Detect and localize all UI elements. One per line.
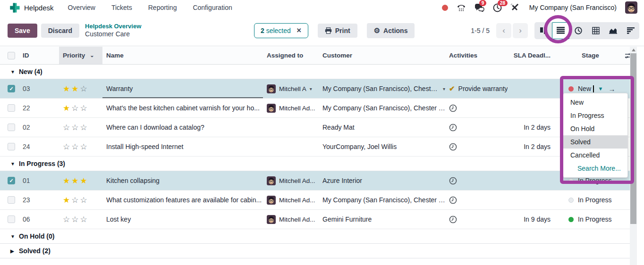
user-avatar[interactable] [625, 1, 637, 14]
helpdesk-app-icon[interactable] [9, 2, 20, 13]
table-row[interactable]: 24 ☆☆☆ Install High-speed Internet YourC… [0, 137, 637, 157]
table-row[interactable]: ✓ 01 ★★★ Kitchen collapsing Mitchell Ad.… [0, 171, 637, 190]
assigned-to[interactable]: Mitchell Ad... [263, 210, 319, 229]
stage-cell[interactable]: In Progress [557, 210, 621, 229]
view-switch-kanban[interactable] [534, 22, 552, 39]
stage-search-more[interactable]: Search More... [563, 162, 627, 175]
priority-star-icon[interactable]: ★ [63, 196, 70, 204]
scrollbar-thumb[interactable] [630, 53, 636, 224]
activities-cell[interactable] [445, 137, 508, 156]
select-all-checkbox[interactable] [8, 52, 15, 59]
assignee-dropdown-caret-icon[interactable]: ▾ [310, 86, 312, 91]
schedule-activity-clock-icon[interactable] [449, 143, 457, 151]
stage-internal-link-icon[interactable]: → [608, 85, 615, 93]
nav-item-overview[interactable]: Overview [68, 4, 95, 11]
priority-star-icon[interactable]: ★ [63, 85, 70, 93]
assigned-to[interactable]: Mitchell Ad... [263, 171, 319, 190]
ticket-name[interactable]: Install High-speed Internet [102, 137, 263, 156]
view-switch-list[interactable] [552, 22, 569, 39]
nav-item-reporting[interactable]: Reporting [148, 4, 177, 11]
activities-cell[interactable] [445, 171, 508, 190]
view-switch-gantt[interactable] [622, 22, 639, 39]
row-checkbox[interactable] [8, 104, 15, 112]
column-header-priority[interactable]: Priority⌄ [59, 47, 102, 64]
row-checkbox[interactable]: ✓ [8, 177, 15, 184]
vertical-scrollbar[interactable] [630, 47, 637, 265]
stage-option-cancelled[interactable]: Cancelled [563, 149, 627, 162]
customer[interactable]: My Company (San Francisco), Chester R... [319, 190, 445, 209]
softphone-icon[interactable] [457, 3, 466, 12]
stage-option-in-progress[interactable]: In Progress [563, 109, 627, 122]
group-header-row[interactable]: ▼ On Hold (0) [0, 229, 637, 244]
stage-status-dot-icon[interactable] [568, 217, 574, 222]
priority-star-icon[interactable]: ☆ [63, 143, 70, 151]
group-header-row[interactable]: ▼ In Progress (3) [0, 157, 637, 171]
row-checkbox[interactable] [8, 143, 15, 150]
view-switch-activity[interactable] [569, 22, 587, 39]
priority-star-icon[interactable]: ☆ [71, 143, 78, 151]
breadcrumb-link[interactable]: Helpdesk Overview [85, 23, 141, 30]
pager-previous-icon[interactable]: ‹ [496, 23, 511, 38]
priority-stars[interactable]: ★☆☆ [59, 190, 102, 209]
print-button[interactable]: Print [318, 24, 357, 38]
column-header-stage[interactable]: Stage [557, 47, 621, 64]
customer[interactable]: My Company (San Francisco), Chester I ▾ [319, 79, 445, 98]
assigned-to[interactable]: Mitchell A ▾ [263, 79, 319, 98]
group-expanded-caret-icon[interactable]: ▼ [10, 69, 15, 75]
actions-button[interactable]: ⚙ Actions [367, 23, 415, 38]
app-name[interactable]: Helpdesk [24, 4, 54, 12]
group-collapsed-caret-icon[interactable]: ▶ [10, 248, 15, 254]
ticket-name[interactable]: What customization features are availabl… [102, 190, 263, 209]
priority-star-icon[interactable]: ☆ [71, 124, 78, 132]
discard-button[interactable]: Discard [41, 24, 79, 38]
assigned-to[interactable]: Mitchell Ad... [263, 190, 319, 209]
table-row[interactable]: ✓ 03 ★★☆ Warranty Mitchell A ▾ My Compan… [0, 79, 637, 99]
priority-stars[interactable]: ★★☆ [59, 79, 102, 98]
priority-stars[interactable]: ☆☆☆ [59, 210, 102, 229]
priority-star-icon[interactable]: ☆ [71, 104, 78, 112]
priority-star-icon[interactable]: ☆ [63, 215, 70, 224]
schedule-activity-clock-icon[interactable] [449, 177, 457, 185]
priority-stars[interactable]: ★★★ [59, 171, 102, 190]
assigned-to[interactable] [263, 137, 319, 156]
priority-star-icon[interactable]: ★ [71, 85, 78, 93]
customer[interactable]: YourCompany, Joel Willis [319, 137, 445, 156]
scrollbar-up-arrow-icon[interactable] [632, 49, 636, 51]
priority-star-icon[interactable]: ☆ [80, 85, 87, 93]
stage-option-new[interactable]: New [563, 96, 627, 109]
assigned-to[interactable] [263, 118, 319, 137]
ticket-name[interactable]: Where can I download a catalog? [102, 118, 263, 137]
priority-stars[interactable]: ☆☆☆ [59, 118, 102, 137]
tools-icon[interactable] [510, 3, 519, 12]
nav-item-tickets[interactable]: Tickets [111, 4, 132, 11]
customer[interactable]: Ready Mat [319, 118, 445, 137]
priority-stars[interactable]: ☆☆☆ [59, 137, 102, 156]
pager-next-icon[interactable]: › [513, 23, 528, 38]
priority-star-icon[interactable]: ☆ [80, 124, 87, 132]
customer[interactable]: Azure Interior [319, 171, 445, 190]
schedule-activity-clock-icon[interactable] [449, 215, 457, 224]
activities-cell[interactable] [445, 210, 508, 229]
row-checkbox[interactable] [8, 215, 15, 223]
ticket-name[interactable]: Lost key [102, 210, 263, 229]
group-expanded-caret-icon[interactable]: ▼ [10, 234, 15, 239]
priority-star-icon[interactable]: ☆ [63, 124, 70, 132]
priority-star-icon[interactable]: ☆ [71, 196, 78, 204]
table-row[interactable]: 02 ☆☆☆ Where can I download a catalog? R… [0, 118, 637, 137]
ticket-name[interactable]: Kitchen collapsing [102, 171, 263, 190]
table-row[interactable]: 06 ☆☆☆ Lost key Mitchell Ad... Gemini Fu… [0, 210, 637, 229]
priority-star-icon[interactable]: ★ [71, 177, 78, 185]
column-header-activities[interactable]: Activities [445, 47, 508, 64]
activities-cell[interactable]: ✔Provide warranty detai [445, 79, 508, 98]
stage-status-dot-icon[interactable] [568, 86, 574, 91]
row-checkbox[interactable] [8, 196, 15, 204]
stage-status-dot-icon[interactable] [568, 178, 574, 183]
ticket-name[interactable]: What's the best kitchen cabinet varnish … [102, 99, 263, 117]
messages-icon[interactable]: 9 [475, 3, 484, 12]
row-checkbox[interactable] [8, 124, 15, 131]
priority-star-icon[interactable]: ☆ [80, 196, 87, 204]
group-header-row[interactable]: ▼ New (4) [0, 65, 637, 79]
schedule-activity-clock-icon[interactable] [449, 124, 457, 132]
activities-cell[interactable] [445, 190, 508, 209]
column-header-id[interactable]: ID [19, 47, 59, 64]
